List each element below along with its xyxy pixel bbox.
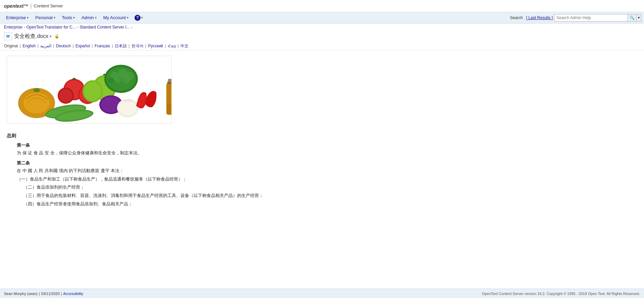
doc-content[interactable]: 总则 第一条 为 保 证 食 品 安 全，保障公众身体健康和生命安全，制定本法。… xyxy=(0,50,644,289)
breadcrumb-content-server[interactable]: Standard Content Server I... xyxy=(79,25,129,30)
svg-point-23 xyxy=(119,101,137,115)
lang-bar: Original | English | العربية | Deutsch |… xyxy=(0,42,644,50)
breadcrumb-separator: › xyxy=(24,25,25,29)
nav-admin[interactable]: Admin ▾ xyxy=(78,13,100,22)
lang-espanol[interactable]: Español xyxy=(75,44,90,48)
svg-point-30 xyxy=(114,76,121,83)
logo-separator: | xyxy=(30,3,32,9)
footer-copyright: OpenText Content Server version 16.2. Co… xyxy=(482,292,640,296)
nav-tools[interactable]: Tools ▾ xyxy=(59,13,78,22)
chevron-down-icon: ▾ xyxy=(73,16,75,19)
nav-bar: Enterprise ▾ Personal ▾ Tools ▾ Admin ▾ … xyxy=(0,12,644,23)
chevron-down-icon: ▾ xyxy=(141,16,143,19)
article2-title: 第二条 xyxy=(17,160,637,166)
breadcrumb-separator: › xyxy=(77,25,78,29)
lang-armenian[interactable]: Հայ xyxy=(168,44,176,48)
svg-point-4 xyxy=(33,88,40,92)
top-bar: opentext™ | Content Server xyxy=(0,0,644,12)
search-area: Search [ Last Results ] 🔍 ▾ xyxy=(510,14,641,21)
breadcrumb-translator[interactable]: OpenText Translator for C... xyxy=(26,25,75,30)
article1-text: 为 保 证 食 品 安 全，保障公众身体健康和生命安全，制定本法。 xyxy=(17,150,637,157)
footer-left: Sean Murphy (sean) | 03/11/2020 | Access… xyxy=(4,292,83,296)
chevron-down-icon: ▾ xyxy=(127,16,128,19)
nav-enterprise[interactable]: Enterprise ▾ xyxy=(3,13,32,22)
lang-deutsch[interactable]: Deutsch xyxy=(56,44,71,48)
article2-item1: （一）食品生产和加工（以下称食品生产），食品流通和餐饮服务（以下称食品经营）； xyxy=(17,176,637,183)
doc-title-bar: W 安全检查.docx ▾ 🔒 xyxy=(0,31,644,42)
lang-japanese[interactable]: 日本語 xyxy=(115,44,127,48)
chevron-down-icon: ▾ xyxy=(54,16,55,19)
svg-rect-37 xyxy=(167,85,171,86)
lang-original-label: Original xyxy=(4,44,18,48)
svg-point-19 xyxy=(84,82,101,101)
svg-rect-35 xyxy=(168,79,171,82)
content-area: 总则 第一条 为 保 证 食 品 安 全，保障公众身体健康和生命安全，制定本法。… xyxy=(0,50,644,289)
lang-arabic[interactable]: العربية xyxy=(40,44,51,48)
footer: Sean Murphy (sean) | 03/11/2020 | Access… xyxy=(0,289,644,298)
search-icon: 🔍 xyxy=(630,15,635,20)
doc-title: 安全检查.docx xyxy=(14,33,48,40)
veg-image-container xyxy=(7,56,172,123)
search-label: Search xyxy=(510,15,523,20)
article2-item4: （四）食品生产经营者使用食品添加剂、食品相关产品； xyxy=(23,201,637,208)
breadcrumb: Enterprise › OpenText Translator for C..… xyxy=(0,23,644,31)
article2-item2: （二）食品添加剂的生产经营； xyxy=(23,184,637,191)
help-button[interactable]: ? ▾ xyxy=(132,13,146,22)
doc-title-chevron[interactable]: ▾ xyxy=(50,34,52,39)
footer-date: 03/11/2020 xyxy=(41,292,60,296)
help-icon: ? xyxy=(135,15,141,21)
section-title: 总则 xyxy=(7,133,637,139)
search-input[interactable] xyxy=(554,14,628,21)
footer-right: OpenText Content Server version 16.2. Co… xyxy=(482,292,640,296)
chevron-down-icon: ▾ xyxy=(95,16,97,19)
search-dropdown-button[interactable]: ▾ xyxy=(637,14,641,21)
breadcrumb-enterprise[interactable]: Enterprise xyxy=(4,25,22,30)
article1-title: 第一条 xyxy=(17,142,637,148)
logo-product: Content Server xyxy=(34,3,63,8)
svg-rect-36 xyxy=(167,84,171,104)
lang-russian[interactable]: Русский xyxy=(148,44,163,48)
lang-korean[interactable]: 한국어 xyxy=(131,44,144,48)
doc-word-icon: W xyxy=(4,32,12,40)
veg-image xyxy=(7,56,171,123)
article2-item3: （三）用于食品的包装材料、容器、洗涤剂、消毒剂和用于食品生产经营的工具、设备（以… xyxy=(23,192,637,199)
lang-francais[interactable]: Français xyxy=(95,44,110,48)
logo-opentext: opentext™ xyxy=(4,3,28,9)
search-button[interactable]: 🔍 xyxy=(628,14,637,21)
article2-text: 在 中 國 人 民 共和國 境内 的下列活動應當 遵守 本法： xyxy=(17,167,637,175)
nav-my-account[interactable]: My Account ▾ xyxy=(100,13,132,22)
lang-english[interactable]: English xyxy=(22,44,36,48)
footer-user: Sean Murphy (sean) xyxy=(4,292,38,296)
chevron-down-icon: ▾ xyxy=(27,16,29,19)
lang-chinese[interactable]: 中文 xyxy=(180,44,189,48)
search-last-results-link[interactable]: [ Last Results ] xyxy=(526,15,553,20)
svg-point-15 xyxy=(59,89,72,102)
svg-point-31 xyxy=(122,77,130,84)
doc-lock-icon[interactable]: 🔒 xyxy=(54,34,59,39)
logo-area: opentext™ | Content Server xyxy=(4,3,63,9)
svg-point-32 xyxy=(108,77,114,83)
nav-personal[interactable]: Personal ▾ xyxy=(32,13,58,22)
accessibility-link[interactable]: Accessibility xyxy=(63,292,83,296)
breadcrumb-separator: › xyxy=(131,25,132,29)
